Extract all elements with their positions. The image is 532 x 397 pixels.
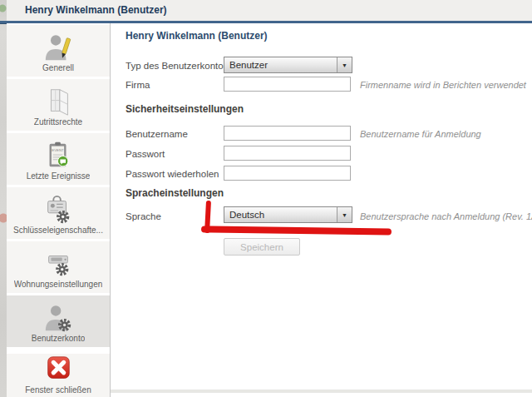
- event-clipboard-icon: EVENT: [42, 140, 75, 171]
- main-content: Henry Winkelmann (Benutzer) Typ des Benu…: [110, 23, 532, 397]
- module-gear-icon: [42, 248, 75, 280]
- sidebar-item-label: Zutrittsrechte: [34, 117, 82, 127]
- id-card-gear-icon: [42, 194, 75, 226]
- language-value: Deutsch: [224, 207, 337, 222]
- save-button[interactable]: Speichern: [224, 238, 300, 256]
- password-label: Passwort: [126, 146, 165, 161]
- language-hint: Benutzersprache nach Anmeldung (Rev. 1AF…: [360, 209, 532, 224]
- firma-label: Firma: [126, 77, 150, 92]
- sidebar-item-label: Fenster schließen: [25, 385, 91, 393]
- close-x-icon: [42, 354, 75, 385]
- window-title: Henry Winkelmann (Benutzer): [25, 4, 167, 16]
- account-type-dropdown[interactable]: Benutzer ▼: [224, 57, 352, 73]
- sidebar-item-label: Generell: [42, 63, 74, 72]
- password-input[interactable]: [224, 146, 351, 161]
- language-label: Sprache: [126, 209, 161, 224]
- window-titlebar: Henry Winkelmann (Benutzer): [7, 0, 532, 21]
- sidebar-item-zutrittsrechte[interactable]: Zutrittsrechte: [7, 79, 110, 131]
- firma-hint: Firmenname wird in Berichten verwendet: [360, 77, 526, 92]
- language-dropdown[interactable]: Deutsch ▼: [224, 206, 352, 223]
- sidebar: Generell Zutrittsrechte EVENT: [7, 23, 110, 397]
- account-type-value: Benutzer: [224, 57, 337, 72]
- page-title: Henry Winkelmann (Benutzer): [126, 30, 268, 42]
- password-repeat-input[interactable]: [224, 166, 351, 181]
- window-bottom-edge: [111, 390, 532, 393]
- sidebar-item-wohnungseinstellungen[interactable]: Wohnungseinstellungen: [7, 241, 110, 293]
- person-edit-icon: [42, 32, 75, 63]
- username-label: Benutzername: [126, 127, 188, 141]
- chevron-down-icon[interactable]: ▼: [337, 57, 352, 72]
- password-repeat-label: Passwort wiederholen: [126, 166, 219, 181]
- language-section-title: Spracheinstellungen: [126, 187, 224, 199]
- username-input[interactable]: [224, 126, 351, 141]
- sidebar-item-benutzerkonto[interactable]: Benutzerkonto: [7, 295, 110, 347]
- background-app-strip: [0, 0, 7, 397]
- username-hint: Benutzername für Anmeldung: [360, 127, 481, 141]
- sidebar-item-label: Schlüsseleigenschafte...: [13, 226, 103, 235]
- event-icon-text: EVENT: [52, 148, 64, 152]
- sidebar-item-generell[interactable]: Generell: [7, 25, 110, 77]
- sidebar-item-fenster-schliessen[interactable]: Fenster schließen: [7, 354, 110, 397]
- sidebar-item-label: Letzte Ereignisse: [27, 171, 91, 181]
- sidebar-item-schluesseleigenschaften[interactable]: Schlüsseleigenschafte...: [7, 187, 110, 239]
- chevron-down-icon[interactable]: ▼: [337, 207, 352, 222]
- screen: Henry Winkelmann (Benutzer) Generell: [0, 0, 532, 397]
- sidebar-item-label: Benutzerkonto: [32, 334, 86, 343]
- red-marker-annotation-horizontal: [201, 226, 392, 235]
- account-type-label: Typ des Benutzerkontos: [126, 58, 228, 73]
- sidebar-item-letzte-ereignisse[interactable]: EVENT Letzte Ereignisse: [7, 133, 110, 185]
- security-section-title: Sicherheitseinstellungen: [126, 103, 244, 115]
- door-icon: [42, 86, 75, 117]
- sidebar-item-label: Wohnungseinstellungen: [14, 280, 103, 289]
- firma-input[interactable]: [224, 77, 351, 92]
- user-gear-icon: [42, 302, 75, 334]
